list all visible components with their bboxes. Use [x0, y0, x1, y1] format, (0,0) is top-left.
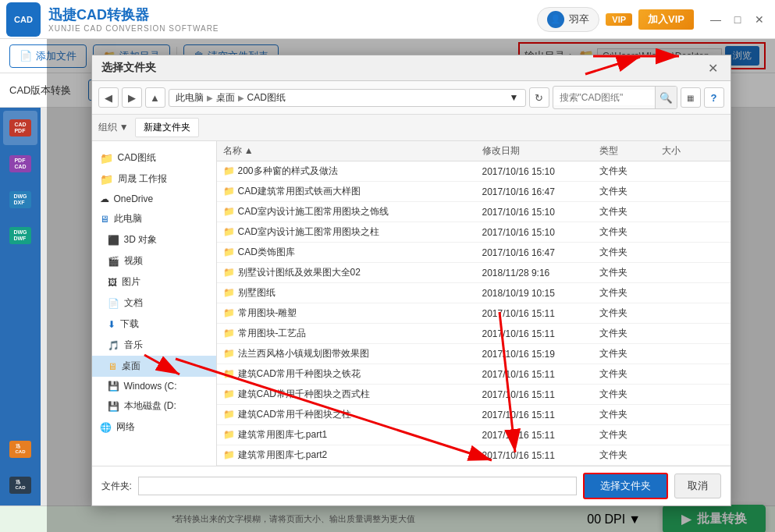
nav-forward-button[interactable]: ▶ [122, 87, 142, 108]
file-row[interactable]: 📁法兰西风格小镇规划图带效果图 2017/10/16 15:19 文件夹 [217, 344, 731, 364]
drive-icon-c: 💾 [108, 381, 119, 392]
file-name: 📁法兰西风格小镇规划图带效果图 [223, 347, 482, 360]
ds-item-docs[interactable]: 📄 文档 [92, 293, 216, 314]
dialog-overlay: 选择文件夹 ✕ ◀ ▶ ▲ 此电脑 ▶ 桌面 ▶ CAD图纸 ▼ ↻ 🔍 ▦ ? [47, 39, 775, 532]
file-date: 2017/10/16 15:10 [482, 207, 599, 218]
ds-item-3d[interactable]: ⬛ 3D 对象 [92, 229, 216, 250]
nav-up-button[interactable]: ▲ [145, 87, 165, 108]
file-name: 📁建筑CAD常用千种图块之西式柱 [223, 388, 482, 401]
files-header: 名称 ▲ 修改日期 类型 大小 [217, 141, 731, 161]
select-folder-button[interactable]: 选择文件夹 [583, 473, 668, 499]
sidebar-bottom-item-2[interactable]: 迅CAD [3, 468, 37, 502]
file-type: 文件夹 [599, 449, 662, 462]
breadcrumb-sep2: ▶ [238, 94, 244, 102]
refresh-button[interactable]: ↻ [529, 87, 549, 108]
title-bar: CAD 迅捷CAD转换器 XUNJIE CAD CONVERSION SOFTW… [0, 0, 775, 39]
ds-item-thispc[interactable]: 🖥 此电脑 [92, 208, 216, 229]
file-row[interactable]: 📁CAD室内设计施工图常用图块之饰线 2017/10/16 15:10 文件夹 [217, 202, 731, 222]
ds-item-zhoushen-label: 周晟 工作报 [118, 172, 167, 186]
file-date: 2017/10/16 15:11 [482, 308, 599, 319]
ds-item-local-d[interactable]: 💾 本地磁盘 (D: [92, 395, 216, 417]
ds-item-3d-label: 3D 对象 [124, 233, 158, 246]
ds-item-video-label: 视频 [124, 254, 143, 268]
download-icon: ⬇ [108, 319, 116, 330]
file-name: 📁CAD室内设计施工图常用图块之饰线 [223, 205, 482, 218]
file-row[interactable]: 📁CAD建筑常用图式铁画大样图 2017/10/16 16:47 文件夹 [217, 182, 731, 202]
file-date: 2017/10/16 16:47 [482, 186, 599, 197]
image-icon: 🖼 [108, 277, 117, 288]
ds-item-zhoushen[interactable]: 📁 周晟 工作报 [92, 168, 216, 190]
sidebar-item-cad-pdf[interactable]: CADPDF [3, 111, 37, 145]
file-date: 2017/10/16 15:19 [482, 349, 599, 360]
computer-icon: 🖥 [100, 214, 109, 225]
ds-item-desktop[interactable]: 🖥 桌面 [92, 356, 216, 377]
file-name: 📁别墅设计图纸及效果图大全02 [223, 266, 482, 279]
help-button[interactable]: ? [704, 87, 724, 108]
join-vip-button[interactable]: 加入VIP [638, 9, 694, 30]
ds-item-windows[interactable]: 💾 Windows (C: [92, 377, 216, 395]
sidebar-bottom-item-1[interactable]: 迅CAD [3, 432, 37, 466]
cancel-button[interactable]: 取消 [674, 473, 721, 498]
file-row[interactable]: 📁建筑常用图库七.part2 2017/10/16 15:11 文件夹 [217, 445, 731, 466]
file-row[interactable]: 📁建筑CAD常用千种图块之西式柱 2017/10/16 15:11 文件夹 [217, 385, 731, 405]
file-row[interactable]: 📁CAD类饰图库 2017/10/16 16:47 文件夹 [217, 243, 731, 263]
organize-label: 组织 ▼ [98, 121, 129, 134]
dialog-body: 📁 CAD图纸 📁 周晟 工作报 ☁ OneDrive 🖥 此电脑 ⬛ [92, 141, 731, 466]
views-button[interactable]: ▦ [681, 87, 701, 108]
dialog-close-button[interactable]: ✕ [706, 60, 721, 76]
ds-item-onedrive[interactable]: ☁ OneDrive [92, 190, 216, 208]
col-size: 大小 [662, 144, 724, 158]
file-type: 文件夹 [599, 266, 662, 279]
search-box: 🔍 [553, 86, 677, 109]
file-type: 文件夹 [599, 428, 662, 442]
file-row[interactable]: 📁常用图块-雕塑 2017/10/16 15:11 文件夹 [217, 303, 731, 324]
file-name: 📁200多种窗的样式及做法 [223, 165, 482, 178]
sidebar-item-pdf-cad[interactable]: PDFCAD [3, 147, 37, 181]
app-logo: CAD [6, 2, 41, 37]
ds-item-music[interactable]: 🎵 音乐 [92, 335, 216, 356]
breadcrumb-dropdown-icon: ▼ [510, 92, 519, 103]
file-row[interactable]: 📁常用图块-工艺品 2017/10/16 15:11 文件夹 [217, 324, 731, 344]
file-name: 📁CAD建筑常用图式铁画大样图 [223, 185, 482, 198]
sidebar-item-dwg-dxf[interactable]: DWGDXF [3, 183, 37, 217]
ds-item-cad[interactable]: 📁 CAD图纸 [92, 147, 216, 168]
folder-icon-cad: 📁 [100, 152, 113, 165]
file-row[interactable]: 📁200多种窗的样式及做法 2017/10/16 15:10 文件夹 [217, 161, 731, 182]
maximize-button[interactable]: □ [728, 10, 747, 29]
ds-item-desktop-label: 桌面 [122, 360, 140, 373]
nav-back-button[interactable]: ◀ [98, 87, 119, 108]
ds-item-onedrive-label: OneDrive [114, 193, 154, 204]
file-row[interactable]: 📁别墅设计图纸及效果图大全02 2018/11/28 9:16 文件夹 [217, 263, 731, 283]
file-name: 📁建筑常用图库七.part2 [223, 449, 482, 462]
ds-item-thispc-label: 此电脑 [114, 212, 142, 225]
title-bar-right: 👤 羽卒 VIP 加入VIP — □ ✕ [537, 7, 769, 32]
close-button[interactable]: ✕ [750, 10, 769, 29]
search-button[interactable]: 🔍 [655, 87, 677, 108]
new-folder-button[interactable]: 新建文件夹 [135, 118, 199, 137]
user-button[interactable]: 👤 羽卒 [537, 7, 599, 32]
file-row[interactable]: 📁建筑CAD常用千种图块之柱 2017/10/16 15:11 文件夹 [217, 405, 731, 425]
file-date: 2017/10/16 15:11 [482, 369, 599, 380]
ds-item-video[interactable]: 🎬 视频 [92, 250, 216, 271]
file-row[interactable]: 📁CAD室内设计施工图常用图块之柱 2017/10/16 15:10 文件夹 [217, 222, 731, 243]
breadcrumb-cad: CAD图纸 [247, 91, 286, 105]
file-row[interactable]: 📁别墅图纸 2018/10/19 10:15 文件夹 [217, 283, 731, 303]
minimize-button[interactable]: — [706, 10, 725, 29]
cube-icon: ⬛ [108, 235, 119, 246]
file-name: 📁建筑常用图库七.part1 [223, 428, 482, 442]
ds-item-downloads[interactable]: ⬇ 下载 [92, 314, 216, 335]
folder-name-input[interactable] [138, 477, 577, 495]
music-icon: 🎵 [108, 340, 119, 351]
ds-item-images[interactable]: 🖼 图片 [92, 271, 216, 293]
file-row[interactable]: 📁建筑CAD常用千种图块之铁花 2017/10/16 15:11 文件夹 [217, 364, 731, 385]
ds-item-network[interactable]: 🌐 网络 [92, 417, 216, 438]
file-row[interactable]: 📁建筑常用图库七.part1 2017/10/16 15:11 文件夹 [217, 425, 731, 445]
desktop-icon: 🖥 [108, 361, 117, 372]
sidebar-item-dwg-dwf[interactable]: DWGDWF [3, 218, 37, 253]
breadcrumb-bar: 此电脑 ▶ 桌面 ▶ CAD图纸 ▼ [169, 89, 526, 107]
search-input[interactable] [553, 90, 655, 105]
file-type: 文件夹 [599, 185, 662, 198]
breadcrumb-desktop: 桌面 [216, 91, 235, 105]
file-type: 文件夹 [599, 205, 662, 218]
file-type: 文件夹 [599, 327, 662, 340]
